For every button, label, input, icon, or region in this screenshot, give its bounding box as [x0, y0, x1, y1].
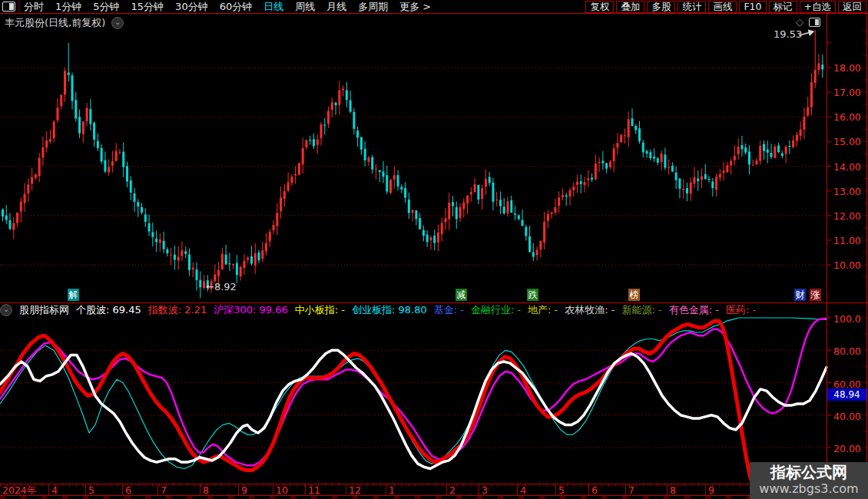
- month-label-9: 9: [241, 484, 247, 496]
- toolbar-button-+自选[interactable]: +自选: [800, 1, 836, 13]
- price-label-11.00: 11.00: [833, 235, 867, 246]
- month-label-5: 5: [558, 484, 565, 496]
- price-label-15.00: 15.00: [833, 136, 867, 147]
- period-tab-更多 >[interactable]: 更多 >: [399, 0, 431, 14]
- month-separator: [273, 484, 273, 495]
- toolbar-actions: 复权叠加多股统计画线F10标记+自选返回: [585, 1, 868, 13]
- month-label-12: 12: [349, 484, 361, 496]
- month-label-4: 4: [520, 484, 526, 496]
- period-tab-30分钟[interactable]: 30分钟: [175, 0, 208, 14]
- price-label-17.00: 17.00: [833, 87, 867, 98]
- current-value-badge: 48.94: [827, 388, 866, 401]
- stat-创业板指: 创业板指: 98.80: [352, 304, 427, 316]
- month-label-6: 6: [125, 484, 131, 496]
- stat-有色金属: 有色金属: -: [669, 304, 719, 316]
- month-separator: [346, 484, 346, 495]
- app-window: 分时1分钟5分钟15分钟30分钟60分钟日线周线月线多周期更多 > 复权叠加多股…: [0, 0, 868, 499]
- indicator-label-20.00: 20.00: [833, 443, 867, 454]
- toolbar-button-F10[interactable]: F10: [739, 1, 766, 13]
- date-axis[interactable]: 2024年 456789101112123456789: [0, 484, 868, 495]
- month-label-1: 1: [389, 484, 395, 496]
- clipped-bottom-row: [0, 496, 868, 499]
- right-border-line: [866, 14, 867, 495]
- toolbar-button-画线[interactable]: 画线: [708, 1, 737, 13]
- watermark-box: 指标公式网 www.zbgs3.com: [750, 462, 868, 499]
- watermark-url: www.zbgs3.com: [750, 482, 868, 496]
- month-separator: [238, 484, 239, 495]
- stat-地产: 地产: -: [528, 304, 558, 316]
- month-separator: [122, 484, 123, 495]
- event-marker-涨[interactable]: 涨: [810, 289, 821, 301]
- month-separator: [517, 484, 518, 495]
- high-annotation: 19.53: [774, 28, 802, 40]
- period-tab-15分钟[interactable]: 15分钟: [131, 0, 164, 14]
- price-label-18.00: 18.00: [833, 62, 867, 74]
- period-tab-周线[interactable]: 周线: [295, 0, 315, 14]
- month-label-4: 4: [51, 484, 58, 496]
- stat-个股波: 个股波: 69.45: [76, 304, 141, 316]
- period-tab-多周期[interactable]: 多周期: [358, 0, 388, 14]
- low-annotation: ←8.92: [206, 281, 237, 292]
- stat-沪深300: 沪深300: 99.66: [214, 304, 288, 316]
- period-tab-分时[interactable]: 分时: [24, 0, 44, 14]
- month-separator: [555, 484, 556, 495]
- indicator-label-80.00: 80.00: [833, 345, 867, 357]
- month-separator: [667, 484, 668, 495]
- month-label-7: 7: [161, 484, 167, 496]
- event-marker-解[interactable]: 解: [68, 289, 79, 301]
- month-label-6: 6: [591, 484, 598, 496]
- toolbar-button-返回[interactable]: 返回: [838, 1, 866, 13]
- period-tab-日线[interactable]: 日线: [263, 0, 283, 14]
- month-label-11: 11: [308, 484, 320, 496]
- period-tabs: 分时1分钟5分钟15分钟30分钟60分钟日线周线月线多周期更多 >: [24, 0, 431, 14]
- month-label-3: 3: [482, 484, 488, 496]
- period-tab-60分钟[interactable]: 60分钟: [220, 0, 253, 14]
- pane-separator: [0, 302, 868, 303]
- watermark-title: 指标公式网: [750, 462, 868, 482]
- month-label-8: 8: [670, 484, 676, 496]
- price-label-14.00: 14.00: [833, 161, 867, 173]
- indicator-chart[interactable]: [0, 317, 868, 484]
- month-label-8: 8: [203, 484, 209, 496]
- price-label-13.00: 13.00: [833, 186, 867, 197]
- period-tab-5分钟[interactable]: 5分钟: [93, 0, 119, 14]
- month-label-9: 9: [708, 484, 714, 496]
- toolbar-divider: [18, 2, 19, 12]
- indicator-line-个股波: [0, 350, 827, 468]
- stat-中小板指: 中小板指: -: [295, 304, 345, 316]
- month-separator: [157, 484, 158, 495]
- month-separator: [446, 484, 447, 495]
- top-toolbar: 分时1分钟5分钟15分钟30分钟60分钟日线周线月线多周期更多 > 复权叠加多股…: [0, 0, 868, 14]
- indicator-stats: 个股波: 69.45指数波: 2.21沪深300: 99.66中小板指: -创业…: [76, 304, 756, 316]
- month-separator: [200, 484, 200, 495]
- event-marker-跌[interactable]: 跌: [527, 289, 538, 301]
- period-tab-1分钟[interactable]: 1分钟: [55, 0, 81, 14]
- toolbar-button-多股[interactable]: 多股: [647, 1, 675, 13]
- toolbar-button-标记[interactable]: 标记: [769, 1, 797, 13]
- stat-指数波: 指数波: 2.21: [148, 304, 207, 316]
- toolbar-button-叠加[interactable]: 叠加: [616, 1, 644, 13]
- month-separator: [479, 484, 479, 495]
- event-marker-减[interactable]: 减: [456, 289, 467, 301]
- price-label-10.00: 10.00: [833, 259, 867, 271]
- month-separator: [625, 484, 626, 495]
- month-separator: [386, 484, 386, 495]
- indicator-line-创业板指: [0, 318, 827, 469]
- event-marker-财[interactable]: 财: [794, 289, 806, 301]
- month-label-2: 2: [449, 484, 456, 496]
- period-tab-月线[interactable]: 月线: [326, 0, 346, 14]
- window-layout-icon[interactable]: [2, 2, 15, 12]
- month-separator: [588, 484, 589, 495]
- event-marker-榜[interactable]: 榜: [628, 289, 640, 301]
- month-label-10: 10: [276, 484, 288, 496]
- chevron-down-icon[interactable]: ⌄: [0, 304, 12, 316]
- stat-基金: 基金: -: [434, 304, 464, 316]
- stat-金融行业: 金融行业: -: [471, 304, 521, 316]
- candlestick-chart[interactable]: [0, 14, 868, 302]
- price-label-12.00: 12.00: [833, 210, 867, 222]
- price-label-16.00: 16.00: [833, 111, 867, 123]
- toolbar-button-复权[interactable]: 复权: [585, 1, 614, 13]
- indicator-label-100.0: 100.0: [833, 313, 867, 325]
- right-axis-line: [827, 14, 827, 495]
- toolbar-button-统计[interactable]: 统计: [678, 1, 706, 13]
